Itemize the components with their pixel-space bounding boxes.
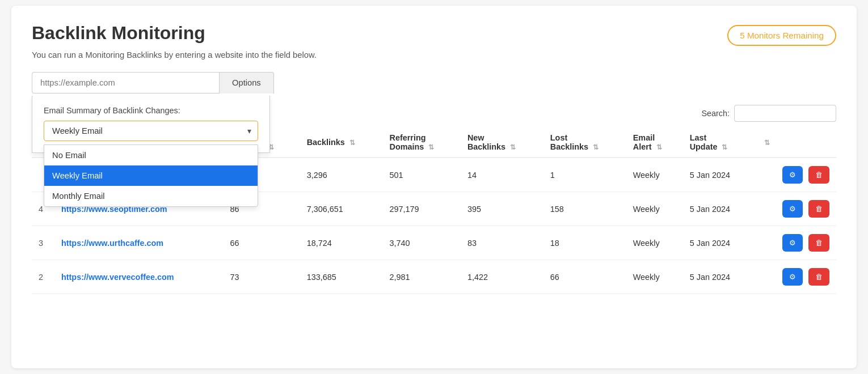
col-new-backlinks[interactable]: NewBacklinks ⇅ [461, 128, 543, 158]
new-backlinks-cell: 395 [461, 192, 543, 226]
monitors-remaining-badge: 5 Monitors Remaining [727, 25, 836, 46]
backlinks-cell: 18,724 [300, 226, 383, 260]
page-title: Backlink Monitoring [32, 23, 205, 44]
sort-icon: ⇅ [428, 143, 434, 151]
sort-icon: ⇅ [722, 143, 727, 151]
settings-button[interactable]: ⚙ [782, 200, 803, 218]
new-backlinks-cell: 83 [461, 226, 543, 260]
input-options-row: Options [32, 72, 274, 94]
last-update-cell: 5 Jan 2024 [683, 260, 755, 294]
search-label: Search: [701, 109, 730, 118]
col-referring-domains[interactable]: ReferringDomains ⇅ [383, 128, 461, 158]
actions-cell: ⚙ 🗑 [755, 226, 836, 260]
email-select-display[interactable]: Weekly Email [44, 121, 258, 141]
search-input[interactable] [734, 105, 836, 122]
sort-icon: ⇅ [349, 139, 355, 147]
lost-backlinks-cell: 1 [543, 158, 626, 192]
settings-button[interactable]: ⚙ [782, 166, 803, 184]
referring-domains-cell: 3,740 [383, 226, 461, 260]
col-last-update[interactable]: LastUpdate ⇅ [683, 128, 755, 158]
last-update-cell: 5 Jan 2024 [683, 192, 755, 226]
sort-icon: ⇅ [764, 139, 770, 147]
actions-cell: ⚙ 🗑 [755, 158, 836, 192]
domain-cell: https://www.urthcaffe.com [54, 226, 223, 260]
domain-cell: https://www.vervecoffee.com [54, 260, 223, 294]
delete-button[interactable]: 🗑 [808, 234, 829, 252]
dropdown-item-monthly-email[interactable]: Monthly Email [44, 186, 258, 206]
email-alert-cell: Weekly [626, 158, 683, 192]
delete-button[interactable]: 🗑 [808, 166, 829, 184]
new-backlinks-cell: 14 [461, 158, 543, 192]
lost-backlinks-cell: 18 [543, 226, 626, 260]
dropdown-item-weekly-email[interactable]: Weekly Email [44, 165, 258, 186]
email-alert-cell: Weekly [626, 260, 683, 294]
actions-cell: ⚙ 🗑 [755, 192, 836, 226]
main-card: Backlink Monitoring 5 Monitors Remaining… [11, 6, 857, 368]
referring-domains-cell: 2,981 [383, 260, 461, 294]
domain-strength-cell: 73 [223, 260, 300, 294]
dropdown-item-no-email[interactable]: No Email [44, 145, 258, 165]
col-email-alert[interactable]: EmailAlert ⇅ [626, 128, 683, 158]
settings-button[interactable]: ⚙ [782, 268, 803, 286]
last-update-cell: 5 Jan 2024 [683, 158, 755, 192]
table-row: 2 https://www.vervecoffee.com 73 133,685… [32, 260, 836, 294]
options-tab[interactable]: Options [219, 72, 274, 94]
backlinks-cell: 133,685 [300, 260, 383, 294]
settings-button[interactable]: ⚙ [782, 234, 803, 252]
col-lost-backlinks[interactable]: LostBacklinks ⇅ [543, 128, 626, 158]
delete-button[interactable]: 🗑 [808, 268, 829, 286]
options-panel: Email Summary of Backlink Changes: Weekl… [32, 96, 270, 153]
dropdown-list: No Email Weekly Email Monthly Email [44, 144, 258, 207]
header-row: Backlink Monitoring 5 Monitors Remaining [32, 23, 836, 46]
referring-domains-cell: 297,179 [383, 192, 461, 226]
col-actions: ⇅ [755, 128, 836, 158]
rank-cell: 2 [32, 260, 54, 294]
email-alert-cell: Weekly [626, 192, 683, 226]
url-input[interactable] [32, 72, 219, 94]
backlinks-cell: 7,306,651 [300, 192, 383, 226]
lost-backlinks-cell: 66 [543, 260, 626, 294]
last-update-cell: 5 Jan 2024 [683, 226, 755, 260]
col-backlinks[interactable]: Backlinks ⇅ [300, 128, 383, 158]
domain-strength-cell: 66 [223, 226, 300, 260]
actions-cell: ⚙ 🗑 [755, 260, 836, 294]
domain-link[interactable]: https://www.vervecoffee.com [61, 273, 174, 282]
rank-cell: 3 [32, 226, 54, 260]
referring-domains-cell: 501 [383, 158, 461, 192]
table-row: 3 https://www.urthcaffe.com 66 18,724 3,… [32, 226, 836, 260]
email-summary-label: Email Summary of Backlink Changes: [44, 106, 258, 115]
lost-backlinks-cell: 158 [543, 192, 626, 226]
sort-icon: ⇅ [656, 143, 662, 151]
email-alert-cell: Weekly [626, 226, 683, 260]
new-backlinks-cell: 1,422 [461, 260, 543, 294]
delete-button[interactable]: 🗑 [808, 200, 829, 218]
sort-icon: ⇅ [593, 143, 599, 151]
subtitle: You can run a Monitoring Backlinks by en… [32, 50, 836, 60]
domain-link[interactable]: https://www.urthcaffe.com [61, 239, 163, 248]
select-wrapper: Weekly Email ▾ No Email Weekly Email Mon… [44, 121, 258, 141]
backlinks-cell: 3,296 [300, 158, 383, 192]
sort-icon: ⇅ [510, 143, 516, 151]
